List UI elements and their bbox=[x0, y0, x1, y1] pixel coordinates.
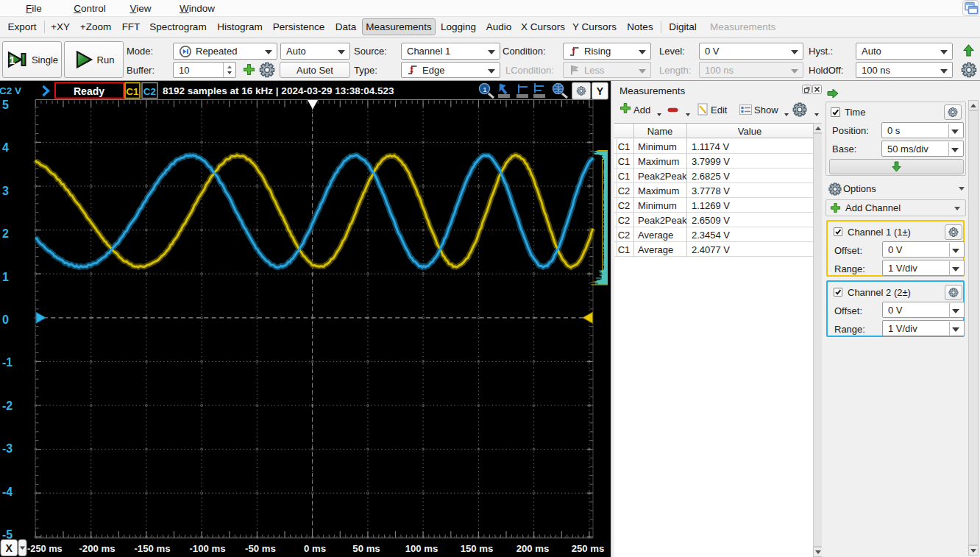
svg-text:5: 5 bbox=[2, 99, 9, 111]
svg-text:-1: -1 bbox=[2, 356, 13, 369]
svg-text:2: 2 bbox=[2, 227, 9, 240]
svg-text:-100 ms: -100 ms bbox=[189, 543, 225, 554]
svg-text:-250 ms: -250 ms bbox=[27, 543, 63, 554]
svg-text:-4: -4 bbox=[2, 486, 13, 498]
svg-text:50 ms: 50 ms bbox=[352, 543, 380, 554]
svg-text:-200 ms: -200 ms bbox=[79, 543, 115, 554]
svg-text:C2: C2 bbox=[143, 86, 156, 97]
svg-text:X: X bbox=[6, 542, 13, 554]
svg-text:-3: -3 bbox=[2, 442, 13, 455]
svg-text:Ready: Ready bbox=[74, 85, 104, 97]
svg-text:150 ms: 150 ms bbox=[461, 543, 494, 554]
svg-text:100 ms: 100 ms bbox=[405, 543, 438, 554]
svg-text:1: 1 bbox=[9, 54, 15, 66]
svg-text:3: 3 bbox=[2, 185, 9, 197]
svg-text:4: 4 bbox=[2, 141, 9, 154]
svg-text:8192 samples at 16 kHz | 2024-: 8192 samples at 16 kHz | 2024-03-29 13:3… bbox=[163, 85, 394, 96]
svg-text:-50 ms: -50 ms bbox=[245, 543, 276, 554]
svg-text:200 ms: 200 ms bbox=[516, 543, 550, 554]
svg-text:-150 ms: -150 ms bbox=[134, 543, 170, 554]
svg-text:1: 1 bbox=[2, 271, 9, 283]
svg-text:0 ms: 0 ms bbox=[304, 543, 326, 554]
svg-text:250 ms: 250 ms bbox=[572, 543, 605, 554]
svg-text:C1: C1 bbox=[126, 86, 139, 97]
svg-text:0: 0 bbox=[2, 313, 9, 326]
svg-text:-5: -5 bbox=[2, 528, 13, 541]
svg-text:Y: Y bbox=[597, 85, 604, 97]
svg-text:C2 V: C2 V bbox=[0, 85, 21, 96]
svg-text:-2: -2 bbox=[2, 400, 13, 412]
svg-text:1: 1 bbox=[483, 86, 486, 93]
